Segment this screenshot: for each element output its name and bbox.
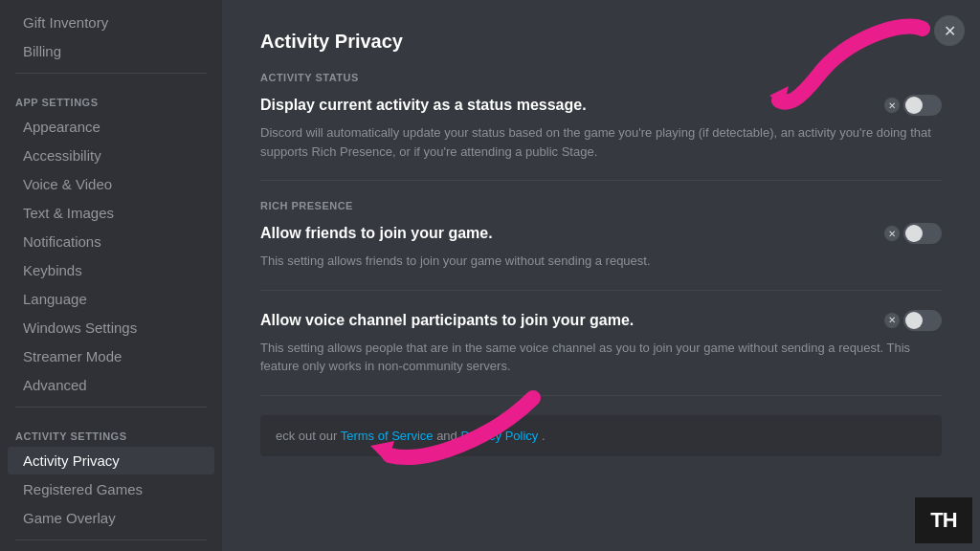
sidebar-item-game-overlay[interactable]: Game Overlay	[8, 504, 214, 532]
toggle-thumb-3	[905, 312, 923, 329]
sidebar-item-advanced[interactable]: Advanced	[8, 371, 214, 399]
sidebar-divider-activity	[15, 407, 207, 408]
allow-voice-header: Allow voice channel participants to join…	[260, 310, 942, 331]
sidebar-item-appearance[interactable]: Appearance	[8, 113, 214, 141]
allow-friends-toggle-container: ✕	[884, 223, 942, 244]
setting-row-allow-voice-join: Allow voice channel participants to join…	[260, 310, 942, 396]
sidebar: Gift Inventory Billing APP SETTINGS Appe…	[0, 0, 222, 551]
close-button[interactable]: ✕	[934, 15, 965, 46]
sidebar-divider-app	[15, 73, 207, 74]
display-activity-title: Display current activity as a status mes…	[260, 97, 587, 114]
footer-privacy-link[interactable]: Privacy Policy	[460, 429, 538, 443]
display-activity-toggle-container: ✕	[884, 95, 942, 116]
sidebar-item-billing[interactable]: Billing	[8, 37, 214, 65]
allow-friends-desc: This setting allows friends to join your…	[260, 252, 942, 271]
footer-bar: eck out our Terms of Service and Privacy…	[260, 415, 942, 456]
activity-settings-header: ACTIVITY SETTINGS	[0, 415, 222, 446]
app-settings-header: APP SETTINGS	[0, 81, 222, 112]
sidebar-item-keybinds[interactable]: Keybinds	[8, 256, 214, 284]
footer-period: .	[542, 429, 546, 443]
setting-row-header: Display current activity as a status mes…	[260, 95, 942, 116]
allow-voice-toggle[interactable]	[903, 310, 942, 331]
main-content: ✕ Activity Privacy ACTIVITY STATUS Displ…	[222, 0, 980, 551]
sidebar-item-accessibility[interactable]: Accessibility	[8, 142, 214, 169]
toggle-thumb	[905, 97, 923, 114]
page-title: Activity Privacy	[260, 31, 942, 53]
sidebar-item-activity-privacy[interactable]: Activity Privacy	[8, 447, 214, 474]
sidebar-item-registered-games[interactable]: Registered Games	[8, 475, 214, 503]
sidebar-divider-bottom	[15, 540, 207, 540]
sidebar-item-voice-video[interactable]: Voice & Video	[8, 170, 214, 198]
sidebar-item-text-images[interactable]: Text & Images	[8, 199, 214, 227]
footer-and: and	[436, 429, 460, 443]
display-activity-toggle[interactable]	[903, 95, 942, 116]
footer-prefix: eck out our	[276, 429, 341, 443]
allow-voice-title: Allow voice channel participants to join…	[260, 312, 634, 329]
rich-presence-label: RICH PRESENCE	[260, 200, 942, 211]
setting-row-display-activity: Display current activity as a status mes…	[260, 95, 942, 181]
sidebar-item-notifications[interactable]: Notifications	[8, 228, 214, 255]
allow-voice-toggle-x[interactable]: ✕	[884, 313, 900, 328]
allow-voice-toggle-container: ✕	[884, 310, 942, 331]
display-activity-desc: Discord will automatically update your s…	[260, 123, 942, 161]
footer-tos-link[interactable]: Terms of Service	[341, 429, 434, 443]
toggle-thumb-2	[905, 225, 923, 242]
watermark: TH	[915, 497, 972, 543]
allow-friends-header: Allow friends to join your game. ✕	[260, 223, 942, 244]
setting-row-allow-friends-join: Allow friends to join your game. ✕ This …	[260, 223, 942, 291]
sidebar-item-language[interactable]: Language	[8, 285, 214, 313]
allow-voice-desc: This setting allows people that are in t…	[260, 339, 942, 376]
activity-status-label: ACTIVITY STATUS	[260, 72, 942, 83]
sidebar-item-streamer-mode[interactable]: Streamer Mode	[8, 342, 214, 370]
allow-friends-toggle[interactable]	[903, 223, 942, 244]
sidebar-item-windows-settings[interactable]: Windows Settings	[8, 314, 214, 342]
allow-friends-title: Allow friends to join your game.	[260, 225, 493, 242]
allow-friends-toggle-x[interactable]: ✕	[884, 226, 900, 241]
sidebar-item-gift-inventory[interactable]: Gift Inventory	[8, 9, 214, 36]
display-activity-toggle-x[interactable]: ✕	[884, 98, 900, 113]
